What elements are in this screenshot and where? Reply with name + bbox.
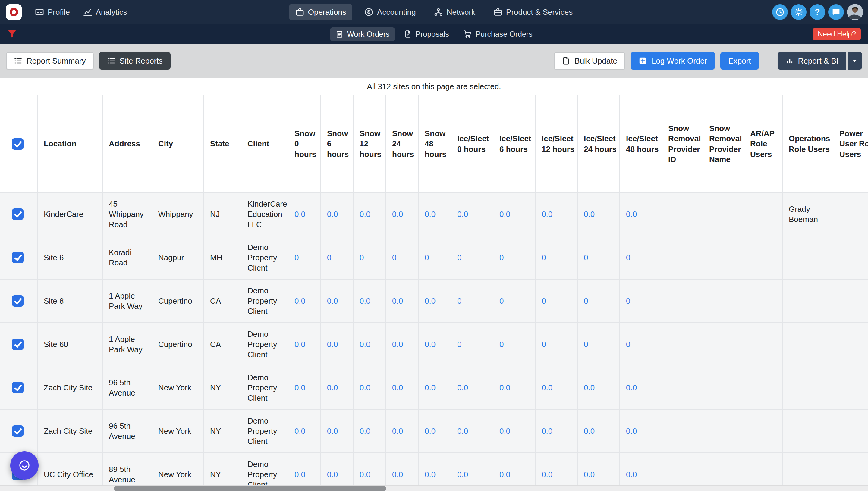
row-checkbox[interactable]	[12, 252, 24, 263]
metric-value-link[interactable]: 0	[457, 253, 461, 262]
metric-value-link[interactable]: 0	[541, 253, 546, 262]
metric-value-link[interactable]: 0.0	[499, 383, 510, 392]
metric-value-link[interactable]: 0	[626, 340, 630, 349]
metric-value-link[interactable]: 0.0	[626, 210, 637, 219]
settings-button[interactable]	[791, 4, 807, 20]
metric-value-link[interactable]: 0.0	[425, 210, 436, 219]
export-button[interactable]: Export	[720, 52, 759, 69]
metric-value-link[interactable]: 0	[499, 253, 504, 262]
metric-value-link[interactable]: 0.0	[541, 470, 553, 479]
metric-value-link[interactable]: 0	[327, 253, 331, 262]
metric-value-link[interactable]: 0	[392, 253, 396, 262]
nav-item-product-services[interactable]: Product & Services	[487, 4, 579, 21]
metric-value-link[interactable]: 0.0	[584, 210, 595, 219]
metric-value-link[interactable]: 0.0	[425, 383, 436, 392]
report-bi-button[interactable]: Report & BI	[778, 52, 846, 69]
metric-value-link[interactable]: 0.0	[360, 296, 370, 306]
metric-value-link[interactable]: 0.0	[392, 427, 403, 436]
metric-value-link[interactable]: 0.0	[327, 210, 338, 219]
filter-funnel-icon[interactable]	[7, 29, 17, 39]
metric-value-link[interactable]: 0.0	[541, 383, 553, 392]
metric-value-link[interactable]: 0.0	[425, 296, 436, 306]
metric-value-link[interactable]: 0.0	[327, 383, 338, 392]
metric-value-link[interactable]: 0.0	[327, 427, 338, 436]
metric-value-link[interactable]: 0.0	[360, 210, 370, 219]
metric-value-link[interactable]: 0	[541, 340, 546, 349]
row-checkbox[interactable]	[12, 295, 24, 307]
metric-value-link[interactable]: 0.0	[392, 340, 403, 349]
chat-button[interactable]	[828, 4, 844, 20]
horizontal-scrollbar[interactable]	[0, 485, 868, 491]
metric-value-link[interactable]: 0	[457, 340, 461, 349]
row-checkbox[interactable]	[12, 339, 24, 350]
metric-value-link[interactable]: 0.0	[541, 427, 553, 436]
metric-value-link[interactable]: 0.0	[457, 210, 468, 219]
company-logo[interactable]	[6, 4, 22, 20]
metric-value-link[interactable]: 0	[499, 296, 504, 306]
metric-value-link[interactable]: 0	[584, 253, 588, 262]
metric-value-link[interactable]: 0.0	[392, 296, 403, 306]
metric-value-link[interactable]: 0.0	[392, 210, 403, 219]
metric-value-link[interactable]: 0	[499, 340, 504, 349]
metric-value-link[interactable]: 0.0	[457, 383, 468, 392]
nav-item-network[interactable]: Network	[428, 4, 481, 21]
metric-value-link[interactable]: 0.0	[457, 470, 468, 479]
metric-value-link[interactable]: 0.0	[295, 470, 305, 479]
user-avatar[interactable]	[847, 4, 863, 20]
need-help-button[interactable]: Need Help?	[813, 28, 861, 40]
metric-value-link[interactable]: 0.0	[626, 470, 637, 479]
metric-value-link[interactable]: 0.0	[584, 383, 595, 392]
site-reports-button[interactable]: Site Reports	[99, 52, 171, 69]
metric-value-link[interactable]: 0.0	[457, 427, 468, 436]
metric-value-link[interactable]: 0.0	[295, 210, 305, 219]
metric-value-link[interactable]: 0	[584, 296, 588, 306]
metric-value-link[interactable]: 0	[584, 340, 588, 349]
nav-item-operations[interactable]: Operations	[289, 4, 352, 21]
log-work-order-button[interactable]: Log Work Order	[631, 52, 715, 69]
bulk-update-button[interactable]: Bulk Update	[554, 52, 625, 69]
metric-value-link[interactable]: 0.0	[626, 427, 637, 436]
metric-value-link[interactable]: 0.0	[499, 470, 510, 479]
metric-value-link[interactable]: 0.0	[295, 340, 305, 349]
help-button[interactable]: ?	[810, 4, 825, 20]
metric-value-link[interactable]: 0	[360, 253, 364, 262]
metric-value-link[interactable]: 0.0	[327, 340, 338, 349]
metric-value-link[interactable]: 0.0	[584, 470, 595, 479]
metric-value-link[interactable]: 0	[425, 253, 429, 262]
metric-value-link[interactable]: 0.0	[425, 340, 436, 349]
metric-value-link[interactable]: 0.0	[425, 470, 436, 479]
metric-value-link[interactable]: 0.0	[360, 340, 370, 349]
report-summary-button[interactable]: Report Summary	[6, 52, 94, 69]
history-clock-button[interactable]	[772, 4, 788, 20]
metric-value-link[interactable]: 0	[541, 296, 546, 306]
metric-value-link[interactable]: 0.0	[360, 383, 370, 392]
metric-value-link[interactable]: 0.0	[499, 427, 510, 436]
select-all-checkbox[interactable]	[12, 138, 24, 150]
nav-item-analytics[interactable]: Analytics	[77, 4, 133, 21]
metric-value-link[interactable]: 0.0	[392, 470, 403, 479]
metric-value-link[interactable]: 0.0	[295, 427, 305, 436]
tab-proposals[interactable]: Proposals	[399, 27, 454, 41]
metric-value-link[interactable]: 0	[457, 296, 461, 306]
metric-value-link[interactable]: 0.0	[295, 296, 305, 306]
metric-value-link[interactable]: 0.0	[327, 470, 338, 479]
chat-fab-button[interactable]	[10, 451, 38, 480]
report-bi-dropdown-button[interactable]	[847, 52, 862, 69]
tab-work-orders[interactable]: Work Orders	[330, 27, 395, 41]
nav-item-profile[interactable]: Profile	[29, 4, 76, 21]
metric-value-link[interactable]: 0.0	[360, 427, 370, 436]
metric-value-link[interactable]: 0.0	[541, 210, 553, 219]
nav-item-accounting[interactable]: Accounting	[358, 4, 422, 21]
tab-purchase-orders[interactable]: Purchase Orders	[458, 27, 538, 41]
metric-value-link[interactable]: 0.0	[360, 470, 370, 479]
horizontal-scrollbar-thumb[interactable]	[114, 486, 386, 491]
metric-value-link[interactable]: 0.0	[425, 427, 436, 436]
metric-value-link[interactable]: 0	[295, 253, 299, 262]
metric-value-link[interactable]: 0	[626, 296, 630, 306]
row-checkbox[interactable]	[12, 382, 24, 394]
metric-value-link[interactable]: 0.0	[584, 427, 595, 436]
metric-value-link[interactable]: 0.0	[499, 210, 510, 219]
metric-value-link[interactable]: 0.0	[295, 383, 305, 392]
metric-value-link[interactable]: 0.0	[392, 383, 403, 392]
metric-value-link[interactable]: 0.0	[626, 383, 637, 392]
